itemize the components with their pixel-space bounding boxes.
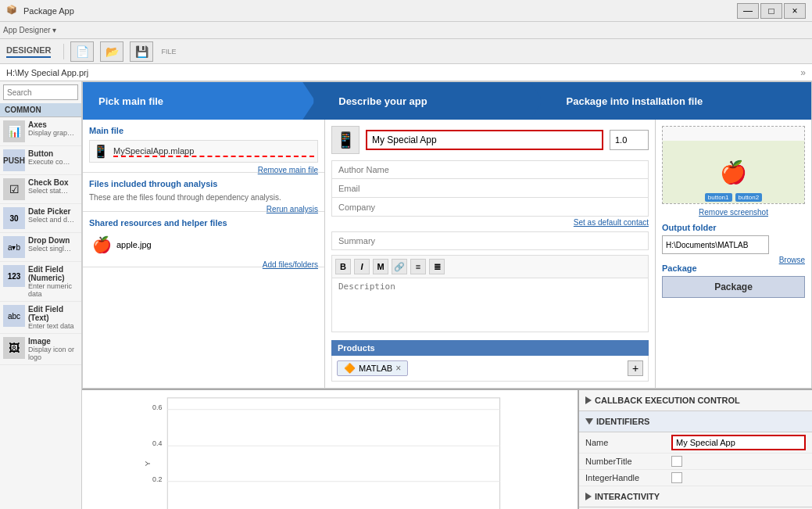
unordered-list-button[interactable]: ≡: [410, 259, 426, 274]
callback-section-title: CALLBACK EXECUTION CONTROL: [595, 396, 740, 405]
package-right-section: Package Package: [662, 263, 805, 298]
italic-button[interactable]: I: [354, 259, 370, 274]
axes-desc: Display grap…: [28, 129, 74, 137]
datepicker-desc: Select and d…: [28, 216, 74, 224]
numbertitle-checkbox[interactable]: [671, 456, 682, 467]
interactivity-section-toggle[interactable]: INTERACTIVITY: [585, 489, 806, 504]
title-bar-icon: 📦: [6, 5, 19, 17]
interactivity-expand-icon: [585, 493, 592, 500]
chart-svg: Y 0.6 0.4 0.2 0 0 0.1 0.2: [82, 390, 578, 509]
step2-label: Describe your app: [338, 95, 427, 107]
link-button[interactable]: 🔗: [392, 259, 407, 274]
description-area[interactable]: [331, 278, 649, 332]
y-axis-label: Y: [143, 461, 152, 466]
title-bar: 📦 Package App — □ ×: [0, 0, 812, 22]
editnumeric-label: Edit Field (Numeric): [28, 265, 78, 282]
output-section: Output folder Browse: [662, 223, 805, 254]
output-label: Output folder: [662, 223, 805, 232]
button-desc: Execute co…: [28, 158, 70, 166]
checkbox-label: Check Box: [28, 178, 69, 187]
set-default-link[interactable]: Set as default contact: [331, 218, 649, 227]
version-input[interactable]: [610, 130, 649, 150]
format-toolbar: B I M 🔗 ≡ ≣: [331, 255, 649, 278]
numbertitle-prop-row: NumberTitle: [579, 453, 812, 470]
sidebar-item-dropdown[interactable]: a▾b Drop Down Select singl…: [0, 233, 81, 262]
title-bar-text: Package App: [23, 6, 737, 16]
search-input[interactable]: [3, 84, 78, 100]
apple-filename: apple.jpg: [116, 240, 152, 249]
remove-screenshot-link[interactable]: Remove screenshot: [699, 208, 768, 217]
edittext-desc: Enter text data: [28, 322, 78, 330]
bold-button[interactable]: B: [335, 259, 351, 274]
close-button[interactable]: ×: [784, 3, 806, 19]
app-name-input[interactable]: [366, 130, 603, 150]
sidebar-item-image[interactable]: 🖼 Image Display icon or logo: [0, 334, 81, 365]
mainfile-title: Main file: [89, 126, 318, 135]
sidebar-item-edittext[interactable]: abc Edit Field (Text) Enter text data: [0, 302, 81, 334]
screenshot-button1: button1: [705, 193, 732, 202]
package-button[interactable]: Package: [662, 276, 805, 298]
step1-label: Pick main file: [98, 95, 163, 107]
name-prop-label: Name: [585, 438, 671, 447]
apple-file-icon: 🍎: [92, 235, 112, 254]
ordered-list-button[interactable]: ≣: [429, 259, 445, 274]
step3: Package into installation file: [542, 82, 812, 120]
sidebar-item-axes[interactable]: 📊 Axes Display grap…: [0, 117, 81, 146]
sidebar: COMMON 📊 Axes Display grap… PUSH Button …: [0, 81, 82, 509]
mainfile-section: Main file 📱 MySpecialApp.mlapp Remove ma…: [83, 120, 324, 173]
image-label: Image: [28, 337, 78, 346]
callback-section-toggle[interactable]: CALLBACK EXECUTION CONTROL: [585, 393, 806, 407]
browse-link[interactable]: Browse: [779, 256, 805, 264]
shared-section: Shared resources and helper files 🍎 appl…: [83, 212, 324, 267]
callback-section: CALLBACK EXECUTION CONTROL: [579, 390, 812, 411]
designer-tab[interactable]: DESIGNER: [6, 45, 51, 58]
author-field[interactable]: [331, 160, 649, 179]
filepath-bar: H:\My Special App.prj »: [0, 64, 812, 81]
company-field[interactable]: [331, 198, 649, 217]
menu-bar: App Designer ▾: [0, 22, 812, 39]
analysis-title: Files included through analysis: [89, 179, 318, 188]
sidebar-item-editnumeric[interactable]: 123 Edit Field (Numeric) Enter numeric d…: [0, 262, 81, 302]
svg-text:0.6: 0.6: [152, 403, 162, 411]
remove-matlab-button[interactable]: ×: [395, 363, 401, 374]
apple-screenshot-icon: 🍎: [720, 160, 747, 185]
integerhandle-checkbox[interactable]: [671, 472, 682, 483]
matlab-label: MATLAB: [359, 364, 392, 373]
package-body: Main file 📱 MySpecialApp.mlapp Remove ma…: [83, 120, 811, 388]
app-name-row: 📱: [331, 126, 649, 154]
step2: Describe your app: [313, 82, 542, 120]
monospace-button[interactable]: M: [373, 259, 388, 274]
app-designer-menu: App Designer ▾: [3, 26, 56, 34]
output-input[interactable]: [662, 235, 769, 254]
steps-header: Pick main file Describe your app Package…: [83, 82, 811, 120]
email-field[interactable]: [331, 179, 649, 198]
edittext-icon: abc: [3, 305, 25, 327]
remove-main-file-link[interactable]: Remove main file: [258, 166, 318, 174]
add-files-link[interactable]: Add files/folders: [263, 260, 318, 269]
interactivity-section-title: INTERACTIVITY: [595, 492, 660, 501]
mlapp-icon: 📱: [93, 144, 109, 159]
open-button[interactable]: 📂: [100, 41, 123, 62]
sidebar-item-checkbox[interactable]: ☑ Check Box Select stat…: [0, 175, 81, 204]
summary-field[interactable]: [331, 231, 649, 250]
minimize-button[interactable]: —: [737, 3, 759, 19]
editnumeric-icon: 123: [3, 265, 25, 287]
search-box: [0, 81, 81, 103]
apple-file-row: 🍎 apple.jpg: [89, 232, 318, 257]
sidebar-item-button[interactable]: PUSH Button Execute co…: [0, 146, 81, 175]
save-button[interactable]: 💾: [130, 41, 153, 62]
bottom-right: CALLBACK EXECUTION CONTROL IDENTIFIERS N…: [578, 390, 812, 509]
name-prop-input[interactable]: [671, 435, 806, 450]
screenshot-button2: button2: [735, 193, 763, 202]
step1: Pick main file: [83, 82, 315, 120]
identifiers-section: IDENTIFIERS: [579, 411, 812, 432]
bottom-panel: Y 0.6 0.4 0.2 0 0 0.1 0.2: [82, 389, 812, 509]
add-product-button[interactable]: +: [628, 360, 643, 376]
rerun-link[interactable]: Rerun analysis: [266, 205, 318, 213]
sidebar-item-datepicker[interactable]: 30 Date Picker Select and d…: [0, 204, 81, 233]
checkbox-icon: ☑: [3, 178, 25, 200]
identifiers-section-toggle[interactable]: IDENTIFIERS: [585, 414, 806, 428]
new-button[interactable]: 📄: [70, 41, 94, 62]
maximize-button[interactable]: □: [760, 3, 782, 19]
svg-text:0.4: 0.4: [152, 439, 162, 447]
